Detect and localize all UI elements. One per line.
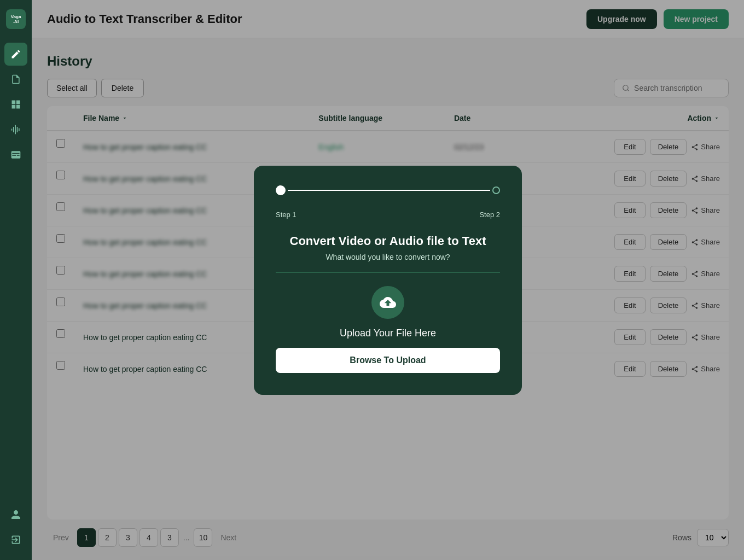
svg-rect-1 — [13, 127, 14, 132]
sidebar-item-file[interactable] — [4, 68, 27, 91]
logo-text-vaga: Vaga — [11, 15, 21, 19]
file-icon — [10, 74, 21, 85]
sidebar-item-user[interactable] — [4, 503, 27, 526]
sidebar-nav — [4, 38, 27, 503]
svg-rect-4 — [19, 129, 20, 131]
svg-rect-0 — [11, 129, 13, 130]
step2-label: Step 2 — [479, 211, 500, 219]
sidebar: Vaga .AI — [0, 0, 32, 560]
step2-circle — [492, 186, 500, 194]
logout-icon — [10, 534, 21, 545]
svg-rect-3 — [17, 127, 18, 132]
sidebar-item-logout[interactable] — [4, 528, 27, 551]
sidebar-item-caption[interactable] — [4, 143, 27, 166]
svg-rect-2 — [15, 125, 16, 135]
main-content: Audio to Text Transcriber & Editor Upgra… — [32, 0, 744, 560]
sidebar-item-waveform[interactable] — [4, 118, 27, 141]
browse-button[interactable]: Browse To Upload — [276, 348, 500, 373]
modal-heading: Convert Video or Audio file to Text — [276, 234, 500, 248]
caption-icon — [10, 149, 21, 160]
cloud-upload-icon — [380, 294, 396, 311]
sidebar-item-grid[interactable] — [4, 93, 27, 116]
modal-divider — [276, 272, 500, 273]
modal: Step 1 Step 2 Convert Video or Audio fil… — [254, 166, 522, 395]
stepper — [276, 185, 500, 195]
modal-subheading: What would you like to convert now? — [276, 253, 500, 261]
upload-icon-circle — [371, 286, 404, 319]
step1-label: Step 1 — [276, 211, 297, 219]
sidebar-bottom — [4, 503, 27, 560]
upload-area: Upload Your File Here Browse To Upload — [276, 286, 500, 373]
upload-label: Upload Your File Here — [340, 328, 436, 339]
grid-icon — [10, 99, 21, 110]
user-icon — [10, 509, 21, 520]
pencil-icon — [10, 49, 21, 60]
waveform-icon — [10, 124, 21, 135]
modal-overlay[interactable]: Step 1 Step 2 Convert Video or Audio fil… — [32, 0, 744, 560]
step1-circle — [276, 185, 286, 195]
stepper-wrapper: Step 1 Step 2 — [276, 185, 500, 219]
sidebar-logo: Vaga .AI — [0, 0, 32, 38]
step-line — [288, 190, 490, 191]
step-labels: Step 1 Step 2 — [276, 211, 500, 219]
logo-box: Vaga .AI — [6, 9, 26, 29]
sidebar-item-edit[interactable] — [4, 43, 27, 66]
logo-text-ai: .AI — [13, 20, 19, 24]
